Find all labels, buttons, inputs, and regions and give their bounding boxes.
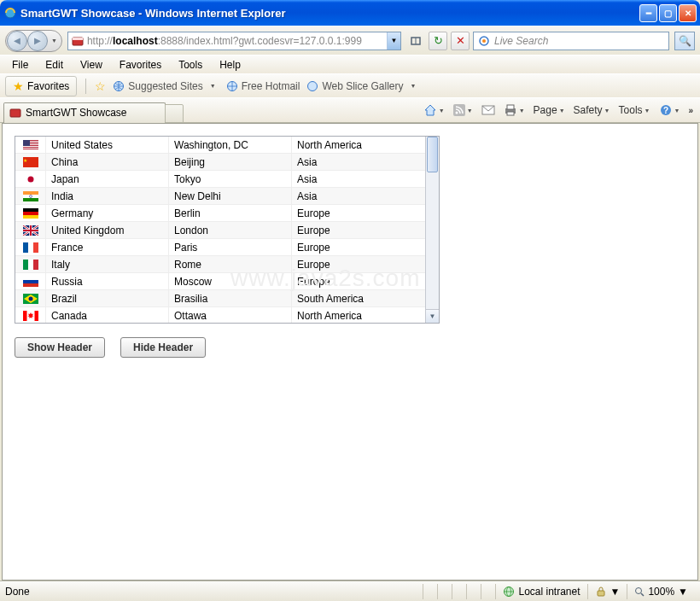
svg-rect-44	[23, 277, 38, 280]
help-button[interactable]: ? ▼	[656, 102, 684, 119]
menu-file[interactable]: File	[3, 57, 37, 73]
table-row[interactable]: IndiaNew DelhiAsia	[15, 188, 425, 205]
svg-rect-22	[23, 146, 38, 147]
nav-back-forward-group: ◄ ► ▼	[5, 30, 62, 52]
status-text: Done	[5, 586, 30, 598]
refresh-button[interactable]: ↻	[429, 32, 447, 50]
forward-button[interactable]: ►	[27, 31, 48, 51]
capital-cell: Beijing	[169, 154, 292, 170]
cmd-safety[interactable]: Safety▼	[570, 102, 614, 118]
country-cell: Japan	[46, 171, 169, 187]
favorites-button[interactable]: ★ Favorites	[5, 76, 77, 96]
flag-cell	[15, 256, 46, 272]
table-row[interactable]: GermanyBerlinEurope	[15, 205, 425, 222]
security-zone[interactable]: Local intranet	[495, 584, 586, 599]
continent-cell: North America	[292, 307, 425, 323]
svg-rect-55	[598, 591, 604, 596]
svg-rect-32	[23, 198, 38, 201]
continent-cell: Europe	[292, 239, 425, 255]
continent-cell: Europe	[292, 222, 425, 238]
table-row[interactable]: ChinaBeijingAsia	[15, 154, 425, 171]
svg-rect-2	[73, 38, 83, 40]
svg-rect-42	[28, 260, 33, 270]
window-maximize-button[interactable]: ▢	[659, 4, 677, 22]
hide-header-button[interactable]: Hide Header	[120, 337, 206, 358]
country-cell: France	[46, 239, 169, 255]
feeds-button[interactable]: ▼	[450, 102, 476, 118]
menu-favorites[interactable]: Favorites	[111, 57, 170, 73]
svg-rect-40	[33, 242, 38, 253]
home-button[interactable]: ▼	[420, 102, 448, 119]
back-button[interactable]: ◄	[7, 31, 27, 51]
navigation-bar: ◄ ► ▼ http://localhost:8888/index.html?g…	[0, 26, 700, 55]
country-cell: United States	[46, 137, 169, 153]
svg-rect-46	[23, 283, 38, 287]
stop-button[interactable]: ✕	[451, 32, 470, 50]
grid-body[interactable]: United StatesWashington, DCNorth America…	[15, 137, 425, 323]
table-row[interactable]: JapanTokyoAsia	[15, 171, 425, 188]
menu-help[interactable]: Help	[211, 57, 249, 73]
tab-bar: SmartGWT Showcase ▼ ▼ ▼ Page▼ Safety▼ To…	[0, 97, 700, 123]
show-header-button[interactable]: Show Header	[15, 337, 105, 358]
favorites-button-label: Favorites	[27, 80, 69, 92]
menu-tools[interactable]: Tools	[170, 57, 211, 73]
compat-view-button[interactable]	[406, 32, 425, 50]
add-favorite-icon[interactable]: ☆	[95, 79, 106, 93]
status-pane	[466, 584, 481, 599]
zoom-control[interactable]: 100% ▼	[627, 584, 695, 599]
protected-mode[interactable]: ▼	[587, 584, 627, 599]
search-placeholder: Live Search	[494, 35, 668, 47]
svg-rect-51	[23, 311, 27, 321]
nav-history-dropdown[interactable]: ▼	[48, 38, 61, 44]
continent-cell: Asia	[292, 188, 425, 204]
svg-rect-45	[23, 280, 38, 283]
svg-rect-25	[23, 140, 30, 146]
window-minimize-button[interactable]: ━	[639, 4, 657, 22]
flag-cell	[15, 205, 46, 221]
address-text: http://localhost:8888/index.html?gwt.cod…	[87, 35, 387, 47]
svg-rect-9	[10, 109, 20, 117]
address-dropdown[interactable]: ▼	[387, 32, 400, 50]
window-close-button[interactable]: ✕	[679, 4, 697, 22]
read-mail-button[interactable]	[478, 103, 499, 117]
scrollbar-thumb[interactable]	[427, 137, 438, 172]
browser-tab[interactable]: SmartGWT Showcase	[3, 102, 166, 123]
scrollbar-down-button[interactable]: ▼	[426, 309, 439, 323]
table-row[interactable]: United KingdomLondonEurope	[15, 222, 425, 239]
continent-cell: Asia	[292, 154, 425, 170]
cmd-page[interactable]: Page▼	[530, 102, 569, 118]
capital-cell: London	[169, 222, 292, 238]
table-row[interactable]: United StatesWashington, DCNorth America	[15, 137, 425, 154]
svg-point-5	[482, 39, 486, 43]
flag-cell	[15, 188, 46, 204]
svg-point-49	[28, 296, 32, 300]
capital-cell: Rome	[169, 256, 292, 272]
continent-cell: Europe	[292, 273, 425, 289]
address-bar[interactable]: http://localhost:8888/index.html?gwt.cod…	[67, 32, 401, 50]
cmd-tools[interactable]: Tools▼	[615, 102, 654, 118]
new-tab-button[interactable]	[165, 104, 184, 123]
svg-point-8	[308, 81, 318, 90]
vertical-scrollbar[interactable]: ▼	[425, 137, 439, 323]
search-go-button[interactable]: 🔍	[674, 32, 695, 50]
print-button[interactable]: ▼	[500, 102, 528, 118]
favlink-web-slice-gallery[interactable]: Web Slice Gallery ▼	[306, 80, 419, 92]
chevron-more-icon[interactable]: »	[685, 106, 697, 115]
table-row[interactable]: BrazilBrasiliaSouth America	[15, 290, 425, 307]
svg-rect-15	[507, 112, 514, 115]
table-row[interactable]: ItalyRomeEurope	[15, 256, 425, 273]
country-cell: Russia	[46, 273, 169, 289]
table-row[interactable]: FranceParisEurope	[15, 239, 425, 256]
menu-edit[interactable]: Edit	[37, 57, 72, 73]
search-bar[interactable]: Live Search	[473, 32, 669, 50]
table-row[interactable]: CanadaOttawaNorth America	[15, 307, 425, 323]
page-favicon	[71, 34, 85, 48]
svg-rect-43	[33, 260, 38, 270]
favlink-free-hotmail[interactable]: Free Hotmail	[226, 80, 300, 92]
flag-cell	[15, 273, 46, 289]
table-row[interactable]: RussiaMoscowEurope	[15, 273, 425, 290]
favlink-suggested-sites[interactable]: Suggested Sites ▼	[113, 80, 219, 92]
chevron-down-icon: ▼	[207, 83, 219, 89]
menu-view[interactable]: View	[72, 57, 111, 73]
zone-icon	[503, 586, 515, 598]
